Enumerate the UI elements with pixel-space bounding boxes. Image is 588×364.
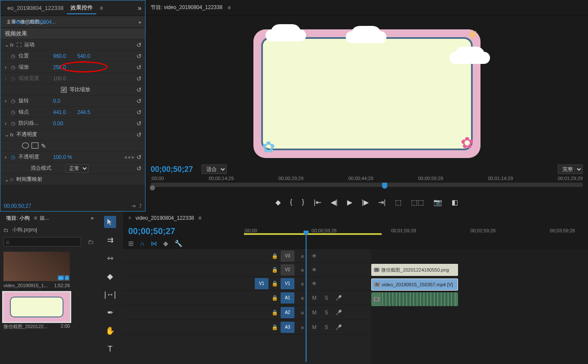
- track-content[interactable]: fx 微信截图_20201224180550.png fx video_2019…: [371, 249, 588, 364]
- lock-icon[interactable]: 🔒: [269, 295, 281, 301]
- timeline-timecode[interactable]: 00;00;50;27: [128, 226, 239, 236]
- thumbnail[interactable]: ▭♪: [3, 252, 70, 281]
- twirl-down-icon[interactable]: ⌄: [5, 42, 10, 48]
- timeline-ruler[interactable]: ;00;00 00;00;59;28 00;01;59;28 00;02;59;…: [244, 225, 588, 249]
- in-point-icon[interactable]: {: [290, 198, 292, 206]
- project-item[interactable]: 微信截图_2020122... 2;00: [3, 292, 70, 330]
- sync-lock-icon[interactable]: ๏: [296, 279, 308, 288]
- twirl-down-icon[interactable]: ⌄: [5, 177, 10, 183]
- twirl-right-icon[interactable]: ›: [5, 64, 10, 70]
- motion-effect[interactable]: ⌄ fx ⛶ 运动 ↺: [0, 39, 145, 51]
- blend-mode-select[interactable]: 正常: [65, 164, 89, 173]
- fx-icon[interactable]: fx: [10, 132, 14, 137]
- pen-mask-icon[interactable]: ✎: [41, 142, 46, 149]
- sequence-tab[interactable]: video_20190804_122338: [136, 215, 194, 221]
- reset-icon[interactable]: ↺: [136, 165, 142, 172]
- program-viewport[interactable]: [145, 16, 588, 163]
- lift-icon[interactable]: ⬚: [395, 198, 401, 206]
- sync-lock-icon[interactable]: ๏: [296, 266, 308, 274]
- fx-icon[interactable]: fx: [10, 42, 14, 47]
- tab-project[interactable]: 项目: 小狗: [3, 213, 32, 224]
- pushpin-icon[interactable]: ⇥: [131, 203, 136, 209]
- mute-button[interactable]: M: [308, 310, 320, 316]
- reset-icon[interactable]: ↺: [136, 41, 142, 48]
- expand-icon[interactable]: »: [91, 215, 94, 221]
- solo-button[interactable]: S: [320, 295, 332, 301]
- mic-icon[interactable]: 🎤: [332, 324, 345, 330]
- twirl-right-icon[interactable]: ›: [5, 76, 10, 82]
- reset-icon[interactable]: ↺: [136, 120, 142, 127]
- zoom-handle[interactable]: [150, 185, 155, 190]
- step-back-icon[interactable]: ◀|: [331, 198, 338, 206]
- clip-name[interactable]: 主要 * 微信截图_...: [4, 16, 49, 28]
- stopwatch-icon[interactable]: ◷: [10, 53, 16, 59]
- play-icon[interactable]: ▶: [347, 198, 352, 206]
- project-item[interactable]: ▭♪ video_20190915_1... 1;52;26: [3, 252, 70, 288]
- stopwatch-icon[interactable]: ◷: [10, 98, 16, 104]
- uniform-scale-checkbox[interactable]: [61, 87, 67, 93]
- eye-icon[interactable]: 👁: [308, 281, 320, 287]
- hand-tool-icon[interactable]: ✋: [104, 325, 116, 337]
- lock-icon[interactable]: 🔒: [269, 324, 281, 330]
- type-tool-icon[interactable]: T: [104, 343, 116, 355]
- sync-lock-icon[interactable]: ๏: [296, 308, 308, 317]
- compare-icon[interactable]: ◧: [452, 198, 458, 206]
- close-icon[interactable]: ×: [128, 215, 131, 221]
- stopwatch-icon[interactable]: ◷: [10, 120, 16, 127]
- expand-icon[interactable]: »: [138, 4, 142, 12]
- position-x[interactable]: 960.0: [53, 53, 77, 59]
- opacity-effect[interactable]: ⌄ fx 不透明度 ↺: [0, 129, 145, 140]
- ec-timecode[interactable]: 00;00;50;27: [4, 203, 31, 209]
- nest-icon[interactable]: ⊞: [128, 240, 134, 247]
- stopwatch-active-icon[interactable]: ◷: [10, 154, 16, 160]
- clip-v2[interactable]: fx 微信截图_20201224180550.png: [371, 264, 458, 276]
- lock-icon[interactable]: 🔒: [269, 281, 281, 287]
- panel-menu-icon[interactable]: ≡: [198, 215, 201, 221]
- reset-icon[interactable]: ↺: [136, 53, 142, 60]
- twirl-right-icon[interactable]: ›: [5, 120, 10, 127]
- goto-out-icon[interactable]: ⇥|: [378, 198, 386, 206]
- panel-menu-icon[interactable]: ≡: [228, 5, 231, 11]
- reset-icon[interactable]: ↺: [136, 75, 142, 82]
- ellipse-mask-icon[interactable]: [22, 142, 29, 149]
- rotation-value[interactable]: 0.0: [53, 98, 77, 104]
- panel-menu-icon[interactable]: ≡: [34, 215, 37, 221]
- slip-tool-icon[interactable]: |↔|: [104, 288, 116, 301]
- zoom-select[interactable]: 适合: [202, 165, 227, 174]
- program-ruler[interactable]: ;00;00 00;00;14;29 00;00;29;29 00;00;44;…: [145, 176, 588, 193]
- rect-mask-icon[interactable]: [32, 142, 38, 149]
- track-target[interactable]: A3: [281, 322, 294, 333]
- out-point-icon[interactable]: }: [302, 198, 304, 206]
- sync-lock-icon[interactable]: ๏: [296, 294, 308, 302]
- mute-button[interactable]: M: [308, 295, 320, 301]
- eye-icon[interactable]: 👁: [308, 267, 320, 273]
- goto-in-icon[interactable]: |⇤: [314, 198, 321, 206]
- reset-icon[interactable]: ↺: [136, 86, 142, 93]
- twirl-right-icon[interactable]: ›: [5, 98, 10, 104]
- src-patch[interactable]: V1: [255, 278, 269, 289]
- tab-media[interactable]: 媒...: [37, 213, 52, 224]
- clip-a1[interactable]: fx: [371, 292, 458, 306]
- bin-icon[interactable]: 🗀: [88, 238, 94, 245]
- lock-icon[interactable]: 🔒: [269, 310, 281, 316]
- track-target[interactable]: V3: [281, 250, 294, 262]
- step-fwd-icon[interactable]: |▶: [362, 198, 369, 206]
- position-y[interactable]: 540.0: [77, 53, 101, 59]
- linked-sel-icon[interactable]: ⋈: [151, 240, 157, 247]
- snap-icon[interactable]: ∩: [140, 240, 145, 247]
- stopwatch-icon[interactable]: ◷: [10, 109, 16, 115]
- fx-icon[interactable]: fx: [10, 177, 14, 182]
- opacity-value[interactable]: 100.0 %: [53, 154, 77, 160]
- play-icon[interactable]: ▸: [139, 19, 142, 25]
- lock-icon[interactable]: 🔒: [269, 253, 281, 259]
- reset-icon[interactable]: ↺: [136, 131, 142, 138]
- solo-button[interactable]: S: [320, 310, 332, 316]
- playhead-icon[interactable]: [382, 183, 387, 189]
- track-target[interactable]: V2: [281, 264, 294, 275]
- ripple-tool-icon[interactable]: ⇿: [104, 252, 116, 264]
- extract-icon[interactable]: ⬚⬚: [411, 198, 424, 206]
- tab-source[interactable]: eo_20190804_122338: [4, 3, 67, 13]
- reset-icon[interactable]: ↺: [136, 109, 142, 116]
- program-timecode[interactable]: 00;00;50;27: [151, 165, 193, 174]
- twirl-down-icon[interactable]: ⌄: [5, 132, 10, 138]
